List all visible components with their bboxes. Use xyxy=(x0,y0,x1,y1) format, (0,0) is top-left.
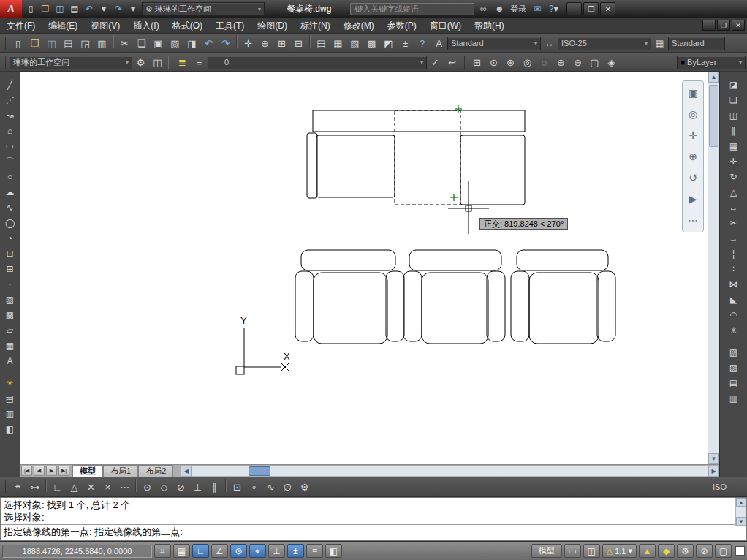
next-tab-button[interactable]: ▶ xyxy=(46,466,57,476)
grid-toggle[interactable]: ▦ xyxy=(173,544,190,558)
zoom-object-button[interactable]: ◌ xyxy=(536,54,553,70)
sheet-set-manager-button[interactable]: ▩ xyxy=(363,35,380,51)
snap-quadrant-button[interactable]: ◇ xyxy=(156,479,172,495)
menu-file[interactable]: 文件(F) xyxy=(0,18,42,34)
table-tool[interactable]: ▦ xyxy=(2,338,18,353)
qa-open-button[interactable]: ❒ xyxy=(38,1,53,16)
hscroll-thumb[interactable] xyxy=(249,466,270,476)
command-prompt[interactable]: 指定镜像线的第一点: 指定镜像线的第二点: xyxy=(1,525,746,540)
showmotion-button[interactable]: ▶ xyxy=(684,190,702,208)
qa-plot-button[interactable]: ▤ xyxy=(67,1,82,16)
toolbar-grip[interactable] xyxy=(168,56,170,69)
revision-cloud-tool[interactable]: ☁ xyxy=(2,185,18,200)
break-at-point-tool[interactable]: ¦ xyxy=(726,246,742,261)
circle-tool[interactable]: ○ xyxy=(2,170,18,184)
save-button[interactable]: ◫ xyxy=(43,35,60,51)
snap-extension-button[interactable]: ⋯ xyxy=(116,479,133,495)
layer-properties-button[interactable]: ≣ xyxy=(174,54,191,70)
model-space-button[interactable]: 模型 xyxy=(531,544,562,558)
quickcalc-button[interactable]: ± xyxy=(397,35,414,51)
workspace-switch-gear-button[interactable]: ⚙ xyxy=(677,544,694,558)
designcenter-button[interactable]: ▦ xyxy=(330,35,346,51)
rectangle-tool[interactable]: ▭ xyxy=(2,139,18,154)
stretch-tool[interactable]: ↔ xyxy=(726,200,742,215)
ellipse-arc-tool[interactable]: ◔ xyxy=(2,231,18,246)
save-workspace-button[interactable]: ◫ xyxy=(149,54,166,70)
insert-block-tool[interactable]: ⊡ xyxy=(2,246,18,261)
paste-button[interactable]: ▣ xyxy=(150,35,167,51)
tab-model[interactable]: 模型 xyxy=(72,465,103,477)
layer-states-button[interactable]: ≡ xyxy=(191,54,208,70)
menu-window[interactable]: 窗口(W) xyxy=(423,18,468,34)
ducs-toggle[interactable]: ⊥ xyxy=(268,544,285,558)
quick-view-drawings-button[interactable]: ◫ xyxy=(583,544,600,558)
zoom-tool-button[interactable]: ⊕ xyxy=(684,148,702,165)
publish-button[interactable]: ▥ xyxy=(94,35,110,51)
help-button[interactable]: ? xyxy=(414,35,431,51)
doc-close-button[interactable]: ✕ xyxy=(732,20,745,31)
osnap-settings-button[interactable]: ⚙ xyxy=(296,479,313,495)
scroll-left-button[interactable]: ◀ xyxy=(181,466,192,477)
separator[interactable] xyxy=(135,479,137,492)
zoom-previous-button[interactable]: ⊟ xyxy=(290,35,307,51)
layer-previous-button[interactable]: ↩ xyxy=(444,54,460,70)
doc-minimize-button[interactable]: — xyxy=(702,20,716,31)
snap-endpoint-button[interactable]: ∟ xyxy=(49,479,66,495)
trim-tool[interactable]: ✂ xyxy=(726,216,742,230)
chamfer-tool[interactable]: ◣ xyxy=(726,292,742,307)
dim-style-dropdown[interactable]: ISO-25 ▾ xyxy=(558,37,651,50)
quick-view-layouts-button[interactable]: ▭ xyxy=(564,544,581,558)
scale-tool[interactable]: △ xyxy=(726,185,742,200)
help-menu-button[interactable]: ?▾ xyxy=(546,1,561,16)
mirror-tool[interactable]: ◫ xyxy=(726,108,742,123)
zoom-all-button[interactable]: ▢ xyxy=(586,54,603,70)
draworder-back-button[interactable]: ▨ xyxy=(726,360,742,375)
zoom-out-button[interactable]: ⊖ xyxy=(569,54,586,70)
spline-tool[interactable]: ∿ xyxy=(2,200,18,215)
snap-from-button[interactable]: ⊶ xyxy=(26,479,43,495)
workspace-settings-button[interactable]: ⚙ xyxy=(132,54,149,70)
block-editor-button[interactable]: ◨ xyxy=(183,35,200,51)
tab-layout1[interactable]: 布局1 xyxy=(103,465,138,477)
workspace-toolbar-dropdown[interactable]: 琳琳的工作空间 ▾ xyxy=(10,56,132,69)
tool-palettes-button[interactable]: ▨ xyxy=(346,35,363,51)
arc-tool[interactable]: ⌒ xyxy=(2,154,18,169)
toolbar-lock-button[interactable]: ⊘ xyxy=(696,544,713,558)
menu-view[interactable]: 视图(V) xyxy=(84,18,126,34)
snap-apparent-intersection-button[interactable]: × xyxy=(99,479,116,495)
draworder-send-back-button[interactable]: ▥ xyxy=(2,406,18,421)
make-block-tool[interactable]: ⊞ xyxy=(2,262,18,276)
move-tool[interactable]: ✛ xyxy=(726,154,742,169)
copy-button[interactable]: ❏ xyxy=(133,35,150,51)
snap-perpendicular-button[interactable]: ⊥ xyxy=(189,479,206,495)
qa-undo-button[interactable]: ↶ xyxy=(82,1,96,16)
gradient-tool[interactable]: ▩ xyxy=(2,308,18,322)
zoom-window-tool-button[interactable]: ⊞ xyxy=(469,54,485,70)
separator[interactable] xyxy=(2,369,18,375)
osnap-toggle[interactable]: ⊙ xyxy=(230,544,247,558)
extend-tool[interactable]: → xyxy=(726,231,742,246)
offset-tool[interactable]: ∥ xyxy=(726,124,742,138)
snap-node-button[interactable]: ∘ xyxy=(246,479,262,495)
lwt-toggle[interactable]: ≡ xyxy=(306,544,323,558)
menu-draw[interactable]: 绘图(D) xyxy=(251,18,294,34)
qa-redo-menu-button[interactable]: ▾ xyxy=(126,1,140,16)
zoom-in-button[interactable]: ⊕ xyxy=(553,54,569,70)
draworder-front-button[interactable]: ▧ xyxy=(726,345,742,360)
viewcube-icon[interactable]: ▣ xyxy=(684,84,702,102)
color-control-dropdown[interactable]: ■ ByLayer ▾ xyxy=(677,56,746,69)
tab-layout2[interactable]: 布局2 xyxy=(138,465,173,477)
qa-redo-button[interactable]: ↷ xyxy=(111,1,126,16)
open-button[interactable]: ❒ xyxy=(26,35,43,51)
rotate-tool[interactable]: ↻ xyxy=(726,170,742,184)
menu-insert[interactable]: 插入(I) xyxy=(126,18,165,34)
copy-tool[interactable]: ❏ xyxy=(726,93,742,107)
cut-button[interactable]: ✂ xyxy=(116,35,133,51)
close-button[interactable]: ✕ xyxy=(600,2,615,15)
draworder-above-object-button[interactable]: ▤ xyxy=(726,376,742,390)
toolbar-grip[interactable] xyxy=(4,480,6,493)
separator[interactable] xyxy=(309,35,311,48)
workspace-dropdown[interactable]: ⚙ 琳琳的工作空间 ▾ xyxy=(142,2,265,16)
menu-parametric[interactable]: 参数(P) xyxy=(381,18,423,34)
menu-edit[interactable]: 编辑(E) xyxy=(42,18,84,34)
